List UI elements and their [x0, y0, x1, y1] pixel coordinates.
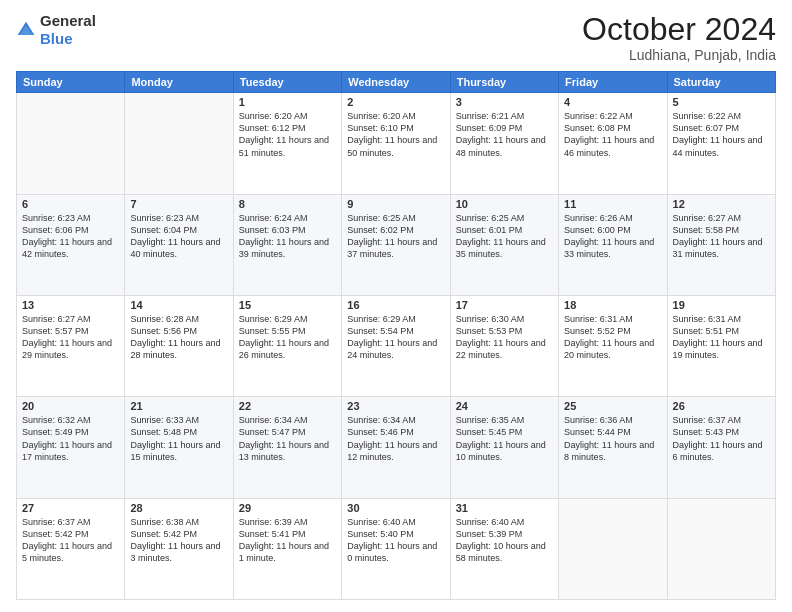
sunset-text: Sunset: 5:56 PM — [130, 326, 197, 336]
day-info: Sunrise: 6:35 AM Sunset: 5:45 PM Dayligh… — [456, 414, 553, 463]
logo-general: General — [40, 12, 96, 29]
day-number: 1 — [239, 96, 336, 108]
table-row: 29 Sunrise: 6:39 AM Sunset: 5:41 PM Dayl… — [233, 498, 341, 599]
logo-blue: Blue — [40, 30, 73, 47]
table-row — [17, 93, 125, 194]
sunrise-text: Sunrise: 6:38 AM — [130, 517, 199, 527]
day-number: 10 — [456, 198, 553, 210]
day-info: Sunrise: 6:34 AM Sunset: 5:47 PM Dayligh… — [239, 414, 336, 463]
header-monday: Monday — [125, 72, 233, 93]
sunset-text: Sunset: 6:01 PM — [456, 225, 523, 235]
table-row: 15 Sunrise: 6:29 AM Sunset: 5:55 PM Dayl… — [233, 295, 341, 396]
daylight-text: Daylight: 11 hours and 5 minutes. — [22, 541, 112, 563]
week-row-2: 6 Sunrise: 6:23 AM Sunset: 6:06 PM Dayli… — [17, 194, 776, 295]
day-info: Sunrise: 6:40 AM Sunset: 5:40 PM Dayligh… — [347, 516, 444, 565]
day-number: 3 — [456, 96, 553, 108]
sunset-text: Sunset: 6:02 PM — [347, 225, 414, 235]
day-number: 12 — [673, 198, 770, 210]
day-info: Sunrise: 6:30 AM Sunset: 5:53 PM Dayligh… — [456, 313, 553, 362]
table-row: 20 Sunrise: 6:32 AM Sunset: 5:49 PM Dayl… — [17, 397, 125, 498]
sunset-text: Sunset: 6:09 PM — [456, 123, 523, 133]
sunset-text: Sunset: 5:46 PM — [347, 427, 414, 437]
table-row: 4 Sunrise: 6:22 AM Sunset: 6:08 PM Dayli… — [559, 93, 667, 194]
daylight-text: Daylight: 11 hours and 13 minutes. — [239, 440, 329, 462]
table-row: 12 Sunrise: 6:27 AM Sunset: 5:58 PM Dayl… — [667, 194, 775, 295]
sunrise-text: Sunrise: 6:31 AM — [564, 314, 633, 324]
day-info: Sunrise: 6:29 AM Sunset: 5:54 PM Dayligh… — [347, 313, 444, 362]
sunrise-text: Sunrise: 6:35 AM — [456, 415, 525, 425]
day-info: Sunrise: 6:34 AM Sunset: 5:46 PM Dayligh… — [347, 414, 444, 463]
logo-text: General Blue — [40, 12, 96, 48]
sunset-text: Sunset: 5:54 PM — [347, 326, 414, 336]
day-info: Sunrise: 6:25 AM Sunset: 6:01 PM Dayligh… — [456, 212, 553, 261]
daylight-text: Daylight: 11 hours and 19 minutes. — [673, 338, 763, 360]
daylight-text: Daylight: 10 hours and 58 minutes. — [456, 541, 546, 563]
sunrise-text: Sunrise: 6:29 AM — [347, 314, 416, 324]
day-number: 14 — [130, 299, 227, 311]
logo: General Blue — [16, 12, 96, 48]
day-number: 21 — [130, 400, 227, 412]
table-row: 28 Sunrise: 6:38 AM Sunset: 5:42 PM Dayl… — [125, 498, 233, 599]
daylight-text: Daylight: 11 hours and 3 minutes. — [130, 541, 220, 563]
sunset-text: Sunset: 6:12 PM — [239, 123, 306, 133]
day-number: 4 — [564, 96, 661, 108]
daylight-text: Daylight: 11 hours and 44 minutes. — [673, 135, 763, 157]
daylight-text: Daylight: 11 hours and 33 minutes. — [564, 237, 654, 259]
day-number: 29 — [239, 502, 336, 514]
sunrise-text: Sunrise: 6:27 AM — [22, 314, 91, 324]
sunrise-text: Sunrise: 6:28 AM — [130, 314, 199, 324]
month-title: October 2024 — [582, 12, 776, 47]
table-row: 16 Sunrise: 6:29 AM Sunset: 5:54 PM Dayl… — [342, 295, 450, 396]
day-info: Sunrise: 6:31 AM Sunset: 5:52 PM Dayligh… — [564, 313, 661, 362]
daylight-text: Daylight: 11 hours and 0 minutes. — [347, 541, 437, 563]
daylight-text: Daylight: 11 hours and 35 minutes. — [456, 237, 546, 259]
day-number: 19 — [673, 299, 770, 311]
header-sunday: Sunday — [17, 72, 125, 93]
sunset-text: Sunset: 5:52 PM — [564, 326, 631, 336]
daylight-text: Daylight: 11 hours and 46 minutes. — [564, 135, 654, 157]
sunrise-text: Sunrise: 6:29 AM — [239, 314, 308, 324]
sunrise-text: Sunrise: 6:25 AM — [347, 213, 416, 223]
table-row: 23 Sunrise: 6:34 AM Sunset: 5:46 PM Dayl… — [342, 397, 450, 498]
daylight-text: Daylight: 11 hours and 6 minutes. — [673, 440, 763, 462]
sunset-text: Sunset: 5:42 PM — [22, 529, 89, 539]
sunrise-text: Sunrise: 6:22 AM — [564, 111, 633, 121]
day-number: 28 — [130, 502, 227, 514]
day-info: Sunrise: 6:37 AM Sunset: 5:42 PM Dayligh… — [22, 516, 119, 565]
sunrise-text: Sunrise: 6:39 AM — [239, 517, 308, 527]
day-number: 6 — [22, 198, 119, 210]
day-number: 7 — [130, 198, 227, 210]
sunrise-text: Sunrise: 6:25 AM — [456, 213, 525, 223]
day-number: 24 — [456, 400, 553, 412]
day-info: Sunrise: 6:21 AM Sunset: 6:09 PM Dayligh… — [456, 110, 553, 159]
day-number: 27 — [22, 502, 119, 514]
sunset-text: Sunset: 5:48 PM — [130, 427, 197, 437]
daylight-text: Daylight: 11 hours and 1 minute. — [239, 541, 329, 563]
sunset-text: Sunset: 5:39 PM — [456, 529, 523, 539]
table-row: 3 Sunrise: 6:21 AM Sunset: 6:09 PM Dayli… — [450, 93, 558, 194]
table-row: 30 Sunrise: 6:40 AM Sunset: 5:40 PM Dayl… — [342, 498, 450, 599]
sunrise-text: Sunrise: 6:23 AM — [130, 213, 199, 223]
day-info: Sunrise: 6:37 AM Sunset: 5:43 PM Dayligh… — [673, 414, 770, 463]
table-row: 22 Sunrise: 6:34 AM Sunset: 5:47 PM Dayl… — [233, 397, 341, 498]
table-row — [559, 498, 667, 599]
table-row: 27 Sunrise: 6:37 AM Sunset: 5:42 PM Dayl… — [17, 498, 125, 599]
day-number: 18 — [564, 299, 661, 311]
table-row: 31 Sunrise: 6:40 AM Sunset: 5:39 PM Dayl… — [450, 498, 558, 599]
day-number: 20 — [22, 400, 119, 412]
table-row: 10 Sunrise: 6:25 AM Sunset: 6:01 PM Dayl… — [450, 194, 558, 295]
day-number: 9 — [347, 198, 444, 210]
calendar: Sunday Monday Tuesday Wednesday Thursday… — [16, 71, 776, 600]
sunrise-text: Sunrise: 6:37 AM — [22, 517, 91, 527]
week-row-1: 1 Sunrise: 6:20 AM Sunset: 6:12 PM Dayli… — [17, 93, 776, 194]
day-number: 5 — [673, 96, 770, 108]
table-row: 26 Sunrise: 6:37 AM Sunset: 5:43 PM Dayl… — [667, 397, 775, 498]
daylight-text: Daylight: 11 hours and 42 minutes. — [22, 237, 112, 259]
sunrise-text: Sunrise: 6:26 AM — [564, 213, 633, 223]
sunset-text: Sunset: 6:10 PM — [347, 123, 414, 133]
day-info: Sunrise: 6:27 AM Sunset: 5:58 PM Dayligh… — [673, 212, 770, 261]
logo-icon — [16, 20, 36, 40]
sunset-text: Sunset: 5:44 PM — [564, 427, 631, 437]
sunset-text: Sunset: 6:08 PM — [564, 123, 631, 133]
sunrise-text: Sunrise: 6:37 AM — [673, 415, 742, 425]
